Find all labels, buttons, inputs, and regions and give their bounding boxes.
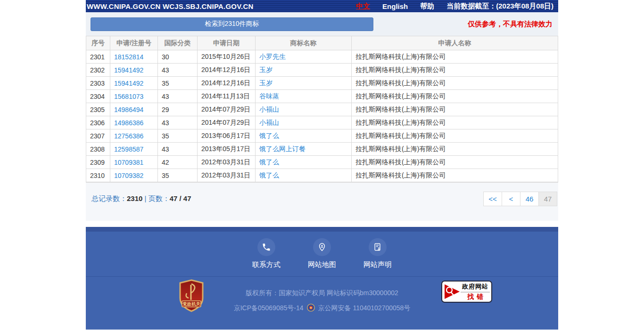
reg-no-link[interactable]: 12598587 — [114, 145, 143, 153]
map-pin-icon — [313, 238, 331, 256]
reg-no-link[interactable]: 14986386 — [114, 119, 143, 127]
trademark-link[interactable]: 小罗先生 — [259, 53, 286, 60]
total-records-value: 2310 — [127, 194, 142, 202]
table-row: 2308 12598587 43 2013年05月17日 饿了么网上订餐 拉扎斯… — [86, 143, 558, 156]
cell-applicant: 拉扎斯网络科技(上海)有限公司 — [352, 156, 558, 169]
footer-link-statement[interactable]: 网站声明 — [359, 238, 396, 276]
cell-apply-date: 2014年07月29日 — [198, 103, 256, 116]
cell-intl-class: 42 — [158, 156, 198, 169]
table-row: 2304 15681073 43 2014年11月13日 谷味蒸 拉扎斯网络科技… — [86, 90, 558, 103]
cell-seq: 2307 — [86, 129, 110, 143]
result-count-banner: 检索到2310件商标 — [91, 17, 373, 31]
table-row: 2302 15941492 43 2014年12月16日 玉岁 拉扎斯网络科技(… — [86, 64, 558, 77]
table-row: 2309 10709381 42 2012年03月31日 饿了么 拉扎斯网络科技… — [86, 156, 558, 169]
trademark-link[interactable]: 玉岁 — [259, 79, 272, 87]
pages-value: 47 / 47 — [170, 194, 191, 202]
police-badge-icon — [307, 304, 315, 313]
cell-seq: 2303 — [86, 77, 110, 90]
cell-apply-date: 2014年12月16日 — [198, 77, 256, 90]
lang-english-link[interactable]: English — [382, 2, 408, 10]
pagination: << < 46 47 — [484, 192, 557, 206]
pagination-first-button[interactable]: << — [483, 192, 502, 206]
reg-no-link[interactable]: 10709381 — [114, 159, 143, 166]
table-row: 2303 15941492 35 2014年12月16日 玉岁 拉扎斯网络科技(… — [86, 77, 558, 90]
cell-applicant: 拉扎斯网络科技(上海)有限公司 — [352, 64, 558, 77]
reg-no-link[interactable]: 15681073 — [114, 93, 143, 100]
page-container: WWW.CNIPA.GOV.CN WCJS.SBJ.CNIPA.GOV.CN 中… — [86, 0, 558, 330]
topbar-menu: 中文 English 帮助 当前数据截至：(2023年08月08日) — [356, 2, 553, 11]
trademark-link[interactable]: 饿了么 — [259, 171, 279, 179]
header-reg-no: 申请/注册号 — [110, 36, 158, 50]
table-row: 2301 18152814 30 2015年10月26日 小罗先生 拉扎斯网络科… — [86, 50, 558, 64]
pagination-prev-button[interactable]: < — [502, 192, 520, 206]
trademark-link[interactable]: 饿了么 — [259, 132, 279, 139]
footer-top-strip — [86, 227, 558, 232]
cell-seq: 2305 — [86, 103, 110, 116]
cell-intl-class: 29 — [158, 103, 198, 116]
footer: 联系方式 网站地图 — [86, 227, 558, 330]
reg-no-link[interactable]: 14986494 — [114, 106, 143, 113]
trademark-link[interactable]: 小福山 — [259, 119, 279, 126]
footer-link-sitemap[interactable]: 网站地图 — [304, 238, 340, 276]
cell-apply-date: 2014年11月13日 — [198, 90, 256, 103]
legal-disclaimer: 仅供参考，不具有法律效力 — [468, 20, 553, 29]
error-badge-title: 政府网站 — [461, 282, 490, 292]
footer-link-label: 网站地图 — [304, 260, 340, 269]
cell-seq: 2310 — [86, 169, 110, 182]
trademark-link[interactable]: 玉岁 — [259, 66, 272, 73]
header-trademark: 商标名称 — [256, 36, 352, 50]
header-intl-class: 国际分类 — [158, 36, 198, 50]
cell-apply-date: 2012年03月31日 — [198, 169, 256, 182]
cell-applicant: 拉扎斯网络科技(上海)有限公司 — [352, 77, 558, 90]
cell-applicant: 拉扎斯网络科技(上海)有限公司 — [352, 169, 558, 182]
cell-seq: 2301 — [86, 50, 110, 64]
total-records-label: 总记录数： — [91, 194, 127, 202]
topbar: WWW.CNIPA.GOV.CN WCJS.SBJ.CNIPA.GOV.CN 中… — [86, 0, 558, 12]
table-header-row: 序号 申请/注册号 国际分类 申请日期 商标名称 申请人名称 — [86, 36, 558, 50]
reg-no-link[interactable]: 15941492 — [114, 66, 143, 74]
reg-no-link[interactable]: 18152814 — [114, 53, 143, 61]
cell-applicant: 拉扎斯网络科技(上海)有限公司 — [352, 50, 558, 64]
stats-divider: | — [145, 194, 147, 202]
result-banner: 检索到2310件商标 仅供参考，不具有法律效力 — [86, 12, 558, 36]
cell-applicant: 拉扎斯网络科技(上海)有限公司 — [352, 129, 558, 143]
footer-link-contact[interactable]: 联系方式 — [248, 238, 285, 276]
cell-intl-class: 35 — [158, 129, 198, 143]
pagination-page-46[interactable]: 46 — [520, 192, 539, 206]
lang-chinese-link[interactable]: 中文 — [356, 2, 370, 11]
data-cutoff-text: 当前数据截至：(2023年08月08日) — [446, 2, 553, 11]
gov-shield-badge: 党政机关 — [178, 279, 205, 314]
table-row: 2305 14986494 29 2014年07月29日 小福山 拉扎斯网络科技… — [86, 103, 558, 116]
svg-text:党政机关: 党政机关 — [182, 301, 201, 306]
cell-apply-date: 2013年06月17日 — [198, 129, 256, 143]
cell-intl-class: 43 — [158, 90, 198, 103]
phone-icon — [257, 238, 275, 256]
cell-seq: 2309 — [86, 156, 110, 169]
trademark-link[interactable]: 谷味蒸 — [259, 92, 279, 100]
pages-label: 页数： — [149, 194, 170, 202]
cell-intl-class: 35 — [158, 169, 198, 182]
gov-site-error-report-badge[interactable]: 政府网站 找错 — [441, 281, 492, 303]
footer-link-label: 网站声明 — [359, 260, 396, 269]
reg-no-link[interactable]: 15941492 — [114, 80, 143, 87]
reg-no-link[interactable]: 10709382 — [114, 172, 143, 179]
magnifier-flag-icon — [444, 283, 461, 300]
trademark-link[interactable]: 饿了么 — [259, 158, 279, 166]
help-link[interactable]: 帮助 — [420, 2, 434, 11]
cell-intl-class: 30 — [158, 50, 198, 64]
content-footer-gap — [86, 221, 558, 227]
stats-section: 总记录数：2310 | 页数：47 / 47 << < 46 47 — [86, 182, 558, 221]
trademark-link[interactable]: 饿了么网上订餐 — [259, 145, 305, 153]
site-title: WWW.CNIPA.GOV.CN WCJS.SBJ.CNIPA.GOV.CN — [87, 2, 253, 10]
reg-no-link[interactable]: 12756386 — [114, 132, 143, 140]
cell-applicant: 拉扎斯网络科技(上海)有限公司 — [352, 103, 558, 116]
trademark-link[interactable]: 小福山 — [259, 105, 279, 113]
cell-seq: 2302 — [86, 64, 110, 77]
error-badge-text: 政府网站 找错 — [461, 282, 490, 301]
cell-apply-date: 2014年12月16日 — [198, 64, 256, 77]
header-applicant: 申请人名称 — [352, 36, 558, 50]
table-row: 2306 14986386 43 2014年07月29日 小福山 拉扎斯网络科技… — [86, 116, 558, 129]
cell-apply-date: 2012年03月31日 — [198, 156, 256, 169]
header-seq: 序号 — [86, 36, 110, 50]
header-apply-date: 申请日期 — [198, 36, 256, 50]
